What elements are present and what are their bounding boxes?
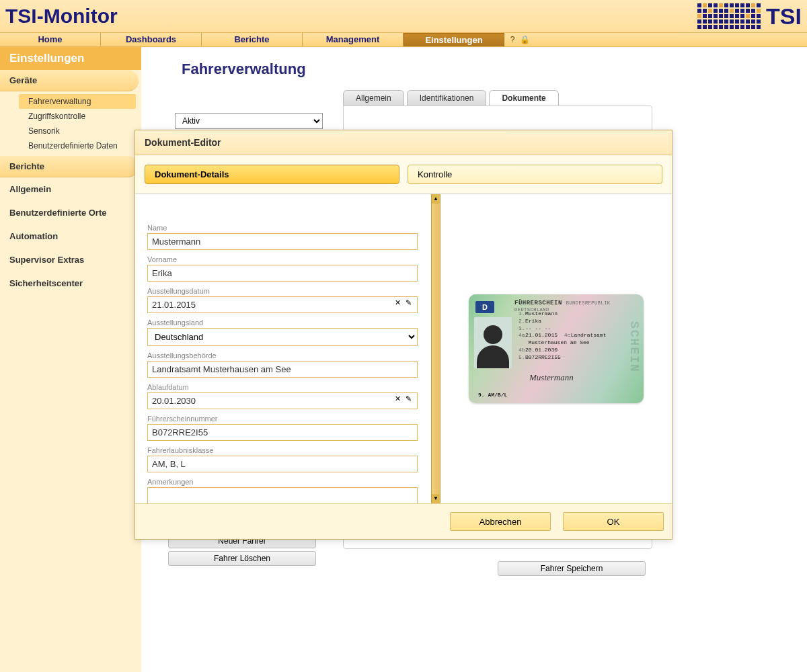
nav-management[interactable]: Management	[303, 33, 404, 46]
license-preview: D FÜHRERSCHEIN BUNDESREPUBLIK DEUTSCHLAN…	[440, 194, 672, 503]
license-class: 9. AM/B/L	[478, 392, 507, 398]
sidebar-link-sicherheitscenter[interactable]: Sicherheitscenter	[0, 271, 141, 295]
modal-tab-details[interactable]: Dokument-Details	[145, 165, 399, 184]
clear-date-icon[interactable]: ✕	[395, 298, 404, 308]
fuehrerscheinnummer-input[interactable]	[147, 424, 418, 441]
scroll-down-icon[interactable]: ▼	[432, 494, 440, 503]
license-fields: 1.Mustermann 2.Erika 3.-- -- -- 4a.21.01…	[518, 310, 606, 362]
app-logo: TSI-Monitor	[5, 5, 118, 28]
license-watermark: SCHEIN	[627, 321, 641, 373]
ausstellungsdatum-input[interactable]	[147, 296, 418, 313]
name-label: Name	[147, 224, 418, 232]
modal-tab-kontrolle[interactable]: Kontrolle	[408, 165, 662, 184]
license-photo-icon	[474, 317, 512, 368]
sidebar-section-geraete[interactable]: Geräte	[0, 70, 139, 91]
license-signature: Mustermann	[529, 372, 574, 383]
ausstellungsland-select[interactable]: Deutschland	[147, 328, 418, 346]
logo-tsi-text: TSI	[766, 3, 802, 30]
main-nav: Home Dashboards Berichte Management Eins…	[0, 32, 807, 47]
sidebar-link-allgemein[interactable]: Allgemein	[0, 177, 141, 201]
edit-expiry-icon[interactable]: ✎	[406, 394, 415, 404]
logo-squares-icon	[697, 3, 761, 29]
sidebar-item-sensorik[interactable]: Sensorik	[19, 124, 141, 138]
license-flag-icon: D	[475, 301, 494, 313]
ablaufdatum-input[interactable]	[147, 392, 418, 409]
modal-form: Name Vorname Ausstellungsdatum ✕ ✎ Ausst…	[135, 194, 431, 503]
tab-identifikationen[interactable]: Identifikationen	[407, 90, 487, 106]
vorname-label: Vorname	[147, 255, 418, 263]
scroll-up-icon[interactable]: ▲	[432, 194, 440, 204]
save-driver-button[interactable]: Fahrer Speichern	[498, 561, 646, 576]
name-input[interactable]	[147, 233, 418, 250]
nav-berichte[interactable]: Berichte	[202, 33, 303, 46]
sidebar: Einstellungen Geräte Fahrerverwaltung Zu…	[0, 47, 141, 672]
sidebar-link-automation[interactable]: Automation	[0, 224, 141, 248]
status-filter-select[interactable]: Aktiv	[175, 113, 323, 129]
sidebar-link-supervisor-extras[interactable]: Supervisor Extras	[0, 248, 141, 271]
ablaufdatum-label: Ablaufdatum	[147, 383, 418, 391]
tab-dokumente[interactable]: Dokumente	[489, 90, 558, 106]
sidebar-item-zugriffskontrolle[interactable]: Zugriffskontrolle	[19, 109, 141, 124]
clear-expiry-icon[interactable]: ✕	[395, 394, 404, 404]
license-card: D FÜHRERSCHEIN BUNDESREPUBLIK DEUTSCHLAN…	[469, 294, 644, 403]
anmerkungen-textarea[interactable]	[147, 487, 418, 503]
ausstellungsdatum-label: Ausstellungsdatum	[147, 287, 418, 295]
sidebar-link-benutzerdefinierte-orte[interactable]: Benutzerdefinierte Orte	[0, 201, 141, 224]
page-title: Fahrerverwaltung	[182, 60, 787, 78]
fahrerlaubnisklasse-input[interactable]	[147, 456, 418, 472]
tab-allgemein[interactable]: Allgemein	[343, 90, 404, 106]
nav-home[interactable]: Home	[0, 33, 101, 46]
ok-button[interactable]: OK	[563, 512, 664, 531]
ausstellungsland-label: Ausstellungsland	[147, 319, 418, 327]
sidebar-item-benutzerdefinierte-daten[interactable]: Benutzerdefinierte Daten	[19, 138, 141, 153]
fuehrerscheinnummer-label: Führerscheinnummer	[147, 415, 418, 423]
delete-driver-button[interactable]: Fahrer Löschen	[168, 551, 316, 566]
ausstellungsbehoerde-input[interactable]	[147, 361, 418, 378]
help-icon[interactable]: ?	[507, 34, 518, 45]
document-editor-modal: Dokument-Editor Dokument-Details Kontrol…	[134, 130, 672, 540]
anmerkungen-label: Anmerkungen	[147, 478, 418, 486]
nav-dashboards[interactable]: Dashboards	[101, 33, 202, 46]
vorname-input[interactable]	[147, 265, 418, 282]
sidebar-title: Einstellungen	[0, 47, 141, 70]
ausstellungsbehoerde-label: Ausstellungsbehörde	[147, 351, 418, 360]
nav-einstellungen[interactable]: Einstellungen	[404, 33, 504, 46]
cancel-button[interactable]: Abbrechen	[450, 512, 551, 531]
modal-title: Dokument-Editor	[135, 130, 672, 155]
edit-date-icon[interactable]: ✎	[406, 298, 415, 308]
sidebar-item-fahrerverwaltung[interactable]: Fahrerverwaltung	[19, 94, 136, 109]
app-header: TSI-Monitor TSI	[0, 0, 807, 32]
fahrerlaubnisklasse-label: Fahrerlaubnisklasse	[147, 446, 418, 454]
logo-right-container: TSI	[697, 3, 802, 30]
modal-scrollbar[interactable]: ▲ ▼	[431, 194, 440, 503]
lock-icon[interactable]: 🔒	[519, 34, 530, 45]
sidebar-section-berichte[interactable]: Berichte	[0, 156, 139, 177]
